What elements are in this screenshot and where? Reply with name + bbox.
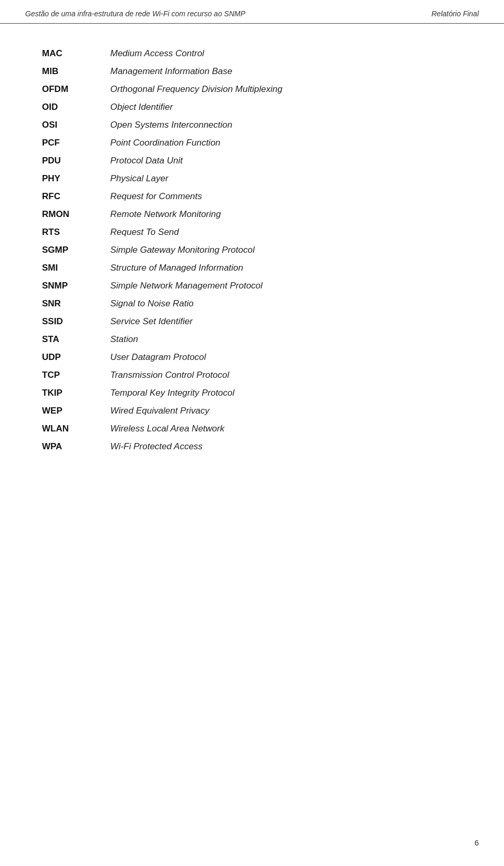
acronym-def: Simple Gateway Monitoring Protocol: [110, 245, 255, 255]
acronym-row: SMIStructure of Managed Information: [42, 259, 462, 277]
acronym-row: RFCRequest for Comments: [42, 188, 462, 205]
acronym-def: Object Identifier: [110, 102, 173, 112]
acronym-abbr: SGMP: [42, 245, 110, 255]
acronym-def: Request for Comments: [110, 191, 202, 202]
acronym-abbr: WEP: [42, 406, 110, 416]
acronym-row: STAStation: [42, 331, 462, 348]
acronym-row: OFDMOrthogonal Frequency Division Multip…: [42, 80, 462, 98]
acronym-row: SNMPSimple Network Management Protocol: [42, 277, 462, 295]
acronym-abbr: SMI: [42, 263, 110, 273]
acronym-abbr: WLAN: [42, 424, 110, 434]
acronym-row: RTSRequest To Send: [42, 223, 462, 241]
page-footer: 6: [475, 838, 479, 847]
acronym-abbr: MIB: [42, 66, 110, 77]
acronym-def: Structure of Managed Information: [110, 263, 243, 273]
acronym-abbr: RMON: [42, 209, 110, 220]
acronym-abbr: STA: [42, 334, 110, 345]
acronym-abbr: OSI: [42, 120, 110, 130]
header-title: Gestão de uma infra-estrutura de rede Wi…: [25, 9, 245, 18]
acronym-row: SSIDService Set Identifier: [42, 313, 462, 331]
acronym-def: Point Coordination Function: [110, 138, 220, 148]
acronym-row: RMONRemote Network Monitoring: [42, 205, 462, 223]
acronym-row: OIDObject Identifier: [42, 98, 462, 116]
header-report-type: Relatório Final: [432, 9, 479, 18]
acronym-row: WPAWi-Fi Protected Access: [42, 438, 462, 456]
acronym-def: Management Information Base: [110, 66, 232, 77]
page-header: Gestão de uma infra-estrutura de rede Wi…: [0, 0, 504, 24]
acronym-abbr: WPA: [42, 441, 110, 452]
acronym-def: Wireless Local Area Network: [110, 424, 224, 434]
acronym-def: Orthogonal Frequency Division Multiplexi…: [110, 84, 282, 95]
acronym-def: Signal to Noise Ratio: [110, 298, 194, 309]
acronym-row: TCPTransmission Control Protocol: [42, 366, 462, 384]
acronym-row: TKIPTemporal Key Integrity Protocol: [42, 384, 462, 402]
acronym-def: Temporal Key Integrity Protocol: [110, 388, 235, 398]
acronym-abbr: SNR: [42, 298, 110, 309]
acronym-row: MACMedium Access Control: [42, 45, 462, 63]
acronym-abbr: PHY: [42, 173, 110, 184]
acronym-row: PCFPoint Coordination Function: [42, 134, 462, 152]
acronym-row: PHYPhysical Layer: [42, 170, 462, 188]
acronym-def: Physical Layer: [110, 173, 169, 184]
acronym-def: Open Systems Interconnection: [110, 120, 232, 130]
acronym-row: WEPWired Equivalent Privacy: [42, 402, 462, 420]
acronym-def: Wired Equivalent Privacy: [110, 406, 209, 416]
acronym-def: Simple Network Management Protocol: [110, 281, 262, 291]
page-number: 6: [475, 838, 479, 847]
acronym-row: OSIOpen Systems Interconnection: [42, 116, 462, 134]
acronym-abbr: PCF: [42, 138, 110, 148]
acronym-def: Request To Send: [110, 227, 179, 238]
acronym-row: WLANWireless Local Area Network: [42, 420, 462, 438]
acronym-row: MIBManagement Information Base: [42, 63, 462, 80]
acronym-def: Service Set Identifier: [110, 316, 193, 327]
acronym-row: PDUProtocol Data Unit: [42, 152, 462, 170]
acronym-abbr: RFC: [42, 191, 110, 202]
acronym-row: SNRSignal to Noise Ratio: [42, 295, 462, 313]
acronym-def: Wi-Fi Protected Access: [110, 441, 203, 452]
acronym-def: Station: [110, 334, 138, 345]
acronym-abbr: RTS: [42, 227, 110, 238]
acronym-row: SGMPSimple Gateway Monitoring Protocol: [42, 241, 462, 259]
acronym-abbr: UDP: [42, 352, 110, 363]
acronym-def: Medium Access Control: [110, 48, 204, 59]
acronym-abbr: TKIP: [42, 388, 110, 398]
acronym-list: MACMedium Access ControlMIBManagement In…: [42, 45, 462, 456]
acronym-abbr: OID: [42, 102, 110, 112]
acronym-abbr: SNMP: [42, 281, 110, 291]
acronym-abbr: OFDM: [42, 84, 110, 95]
page-content: MACMedium Access ControlMIBManagement In…: [0, 24, 504, 487]
acronym-def: Protocol Data Unit: [110, 156, 183, 166]
acronym-def: User Datagram Protocol: [110, 352, 206, 363]
acronym-abbr: MAC: [42, 48, 110, 59]
acronym-row: UDPUser Datagram Protocol: [42, 348, 462, 366]
acronym-abbr: SSID: [42, 316, 110, 327]
acronym-def: Remote Network Monitoring: [110, 209, 221, 220]
acronym-abbr: TCP: [42, 370, 110, 380]
acronym-abbr: PDU: [42, 156, 110, 166]
acronym-def: Transmission Control Protocol: [110, 370, 229, 380]
